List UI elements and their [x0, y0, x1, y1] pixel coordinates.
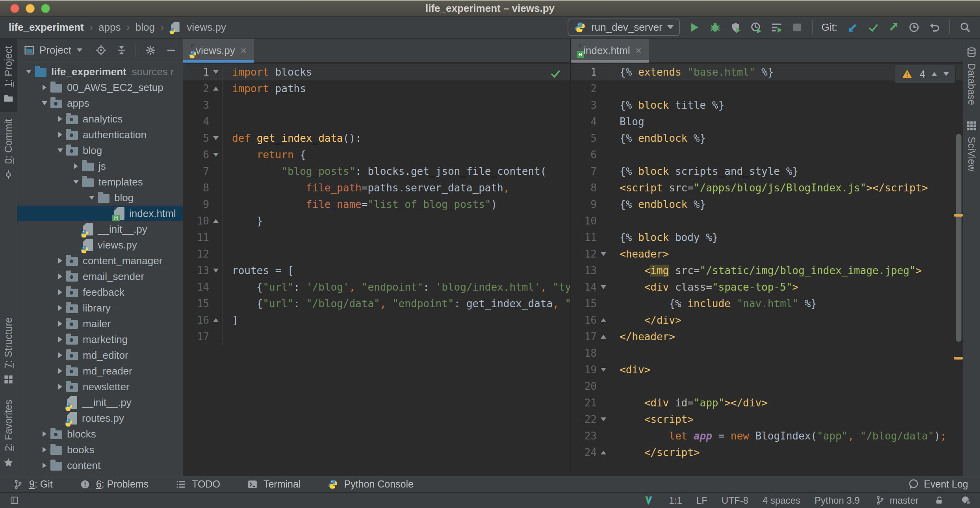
code-line[interactable]: 14 <div class="space-top-5"> — [571, 279, 963, 295]
inspections-profile-icon[interactable] — [960, 494, 972, 507]
tree-row[interactable]: analytics — [17, 111, 183, 127]
tree-row[interactable]: __init__.py — [17, 221, 183, 237]
tree-row[interactable]: Hindex.html — [17, 206, 183, 221]
close-icon[interactable]: × — [241, 44, 247, 57]
code-line[interactable]: 15 {"url": "/blog/data", "endpoint": get… — [183, 295, 570, 312]
code-line[interactable]: 24 </script> — [571, 444, 963, 461]
line-separator[interactable]: LF — [696, 495, 707, 506]
inspection-widget[interactable]: 4 — [894, 65, 956, 83]
fold-marker-icon[interactable] — [597, 246, 610, 262]
chevron-down-icon[interactable] — [23, 70, 35, 74]
tree-row[interactable]: content — [17, 458, 183, 473]
tree-row[interactable]: authentication — [17, 127, 183, 143]
indent-style[interactable]: 4 spaces — [763, 495, 800, 506]
stop-icon[interactable] — [791, 21, 804, 33]
chevron-right-icon[interactable] — [54, 289, 66, 295]
code-line[interactable]: 22 <script> — [571, 411, 963, 428]
chevron-right-icon[interactable] — [54, 274, 66, 279]
target-icon[interactable] — [95, 44, 107, 57]
run-icon[interactable] — [689, 21, 701, 33]
chevron-right-icon[interactable] — [54, 116, 66, 122]
chevron-right-icon[interactable] — [54, 384, 66, 389]
tool-window-button-todo[interactable]: TODO — [174, 478, 220, 491]
code-line[interactable]: 17</header> — [571, 328, 963, 345]
close-window-button[interactable] — [10, 4, 19, 13]
code-line[interactable]: 14 {"url": '/blog', "endpoint": 'blog/in… — [183, 279, 570, 295]
previous-problem-icon[interactable] — [932, 72, 937, 76]
tree-row[interactable]: content_manager — [17, 253, 183, 269]
chevron-right-icon[interactable] — [54, 321, 66, 326]
chevron-right-icon[interactable] — [39, 463, 50, 468]
chevron-right-icon[interactable] — [39, 85, 50, 90]
code-line[interactable]: 18 — [571, 345, 963, 362]
close-icon[interactable]: × — [636, 44, 642, 57]
code-line[interactable]: 7{% block scripts_and_style %} — [571, 163, 963, 180]
lock-icon[interactable] — [933, 494, 945, 507]
tool-window-button-sciview[interactable]: SciView — [963, 112, 980, 178]
code-line[interactable]: 16] — [183, 312, 570, 328]
tab-index-html[interactable]: H index.html × — [571, 39, 649, 62]
git-history-icon[interactable] — [908, 21, 920, 33]
code-line[interactable]: 3 — [183, 97, 570, 113]
tree-row[interactable]: md_reader — [17, 363, 183, 379]
caret-position[interactable]: 1:1 — [669, 495, 682, 506]
code-line[interactable]: 2import paths — [183, 80, 570, 97]
breadcrumb-item[interactable]: blog — [135, 21, 155, 33]
code-line[interactable]: 9 file_name="list_of_blog_posts") — [183, 196, 570, 213]
fold-marker-icon[interactable] — [597, 411, 610, 428]
code-line[interactable]: 13 <img src="/static/img/blog_index_imag… — [571, 262, 963, 279]
code-line[interactable]: 19<div> — [571, 362, 963, 378]
search-icon[interactable] — [959, 21, 971, 33]
tree-row[interactable]: routes.py — [17, 410, 183, 426]
fold-marker-icon[interactable] — [597, 362, 610, 378]
code-line[interactable]: 8<script src="/apps/blog/js/BlogIndex.js… — [571, 180, 963, 196]
tree-row[interactable]: js — [17, 158, 183, 174]
tool-window-button-6-problems[interactable]: 6: Problems — [79, 478, 148, 491]
fold-marker-icon[interactable] — [209, 64, 223, 80]
code-line[interactable]: 11 — [183, 229, 570, 246]
fold-marker-icon[interactable] — [597, 328, 610, 345]
run-configuration-select[interactable]: run_dev_server — [568, 19, 680, 36]
tree-row[interactable]: newsletter — [17, 379, 183, 395]
tree-row[interactable]: marketing — [17, 332, 183, 347]
fold-marker-icon[interactable] — [209, 146, 223, 163]
chevron-right-icon[interactable] — [39, 447, 50, 452]
debug-icon[interactable] — [709, 21, 722, 33]
code-line[interactable]: 8 file_path=paths.server_data_path, — [183, 180, 570, 196]
error-stripe-mark[interactable] — [954, 357, 963, 360]
git-push-icon[interactable] — [887, 21, 900, 33]
gear-icon[interactable] — [144, 44, 157, 57]
code-line[interactable]: 4 — [183, 113, 570, 130]
tree-row[interactable]: __init__.py — [17, 395, 183, 410]
file-encoding[interactable]: UTF-8 — [722, 495, 748, 506]
code-line[interactable]: 7 "blog_posts": blocks.get_json_file_con… — [183, 163, 570, 180]
tool-window-button-7-structure[interactable]: 7: Structure — [0, 310, 17, 393]
chevron-right-icon[interactable] — [39, 431, 50, 437]
chevron-right-icon[interactable] — [54, 258, 66, 263]
chevron-right-icon[interactable] — [54, 305, 66, 311]
tool-window-button-0-commit[interactable]: 0: Commit — [0, 112, 17, 188]
code-line[interactable]: 20 — [571, 378, 963, 395]
concurrency-icon[interactable] — [770, 21, 783, 33]
hide-panel-icon[interactable] — [165, 44, 177, 57]
tool-window-button-9-git[interactable]: 9: Git — [12, 478, 53, 491]
fold-marker-icon[interactable] — [209, 262, 223, 279]
collapse-icon[interactable] — [115, 44, 128, 57]
chevron-right-icon[interactable] — [70, 163, 82, 169]
fold-marker-icon[interactable] — [597, 312, 610, 328]
fold-marker-icon[interactable] — [209, 80, 223, 97]
tree-row[interactable]: feedback — [17, 284, 183, 300]
chevron-down-icon[interactable] — [86, 196, 98, 200]
tree-row[interactable]: life_experimentsources r — [17, 64, 183, 80]
chevron-right-icon[interactable] — [54, 352, 66, 358]
code-line[interactable]: 9{% endblock %} — [571, 196, 963, 213]
chevron-down-icon[interactable] — [70, 180, 82, 184]
minimize-window-button[interactable] — [26, 4, 35, 13]
editor-scrollbar[interactable] — [956, 134, 961, 342]
git-update-icon[interactable] — [846, 21, 859, 33]
coverage-icon[interactable] — [729, 21, 742, 33]
git-branch[interactable]: master — [874, 494, 919, 507]
vim-v-icon[interactable] — [642, 494, 655, 507]
project-view-select[interactable]: Project — [23, 44, 82, 57]
git-commit-icon[interactable] — [867, 21, 879, 33]
